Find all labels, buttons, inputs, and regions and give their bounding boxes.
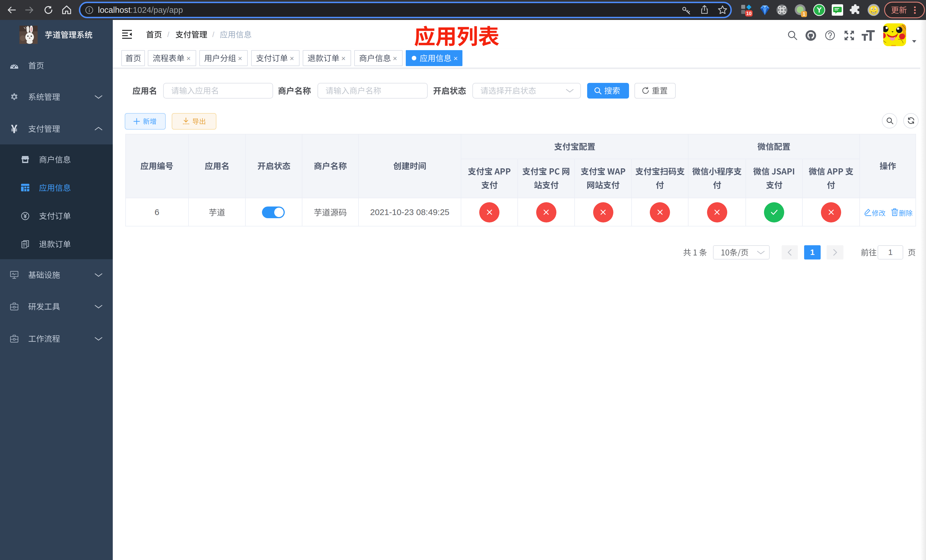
svg-text:1: 1 [803, 12, 805, 17]
svg-text:10: 10 [746, 11, 752, 16]
